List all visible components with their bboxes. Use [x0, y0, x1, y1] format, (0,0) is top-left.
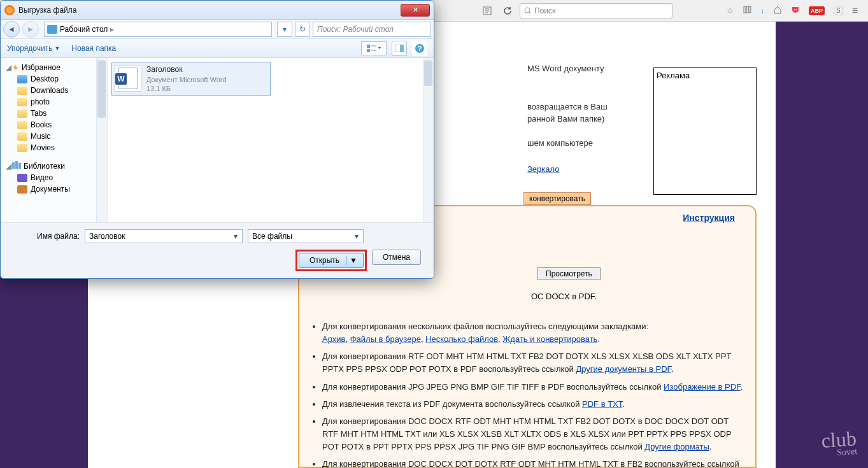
link[interactable]: Ждать и конвертировать [502, 334, 597, 344]
browser-search-input[interactable]: Поиск [520, 3, 672, 18]
history-dropdown[interactable]: ▾ [277, 22, 292, 37]
dialog-footer: Имя файла: Заголовок▾ Все файлы▾ Открыть… [1, 222, 434, 278]
sidebar-scrollbar[interactable] [96, 58, 107, 222]
sidebar-item-movies[interactable]: Movies [1, 142, 107, 153]
preview-pane-button[interactable] [392, 41, 407, 56]
refresh-button[interactable]: ↻ [295, 22, 310, 37]
reload-icon[interactable] [499, 3, 516, 19]
sidebar-item-desktop[interactable]: Desktop [1, 73, 107, 85]
dialog-search-input[interactable]: Поиск: Рабочий стол [313, 22, 431, 37]
mirror-link-row: Зеркало [527, 164, 559, 174]
library-icon [17, 174, 27, 182]
tree-item-label: Downloads [31, 86, 68, 95]
file-size: 13,1 КБ [146, 84, 227, 93]
adblock-icon[interactable]: ABP [809, 6, 825, 15]
open-split-dropdown[interactable]: ▼ [346, 256, 360, 265]
svg-rect-17 [12, 162, 15, 169]
file-list-area[interactable]: Заголовок Документ Microsoft Word 13,1 К… [108, 58, 434, 222]
open-button[interactable]: Открыть▼ [299, 253, 364, 268]
link[interactable]: Другие форматы [644, 442, 709, 451]
libraries-header[interactable]: ◢Библиотеки [1, 160, 107, 172]
tree-item-label: Desktop [31, 74, 59, 83]
link[interactable]: Несколько файлов [425, 334, 498, 344]
convert-button[interactable]: конвертировать [523, 192, 591, 205]
tree-item-label: Видео [31, 173, 53, 182]
svg-rect-7 [746, 6, 748, 13]
folder-icon [17, 132, 27, 141]
organize-menu[interactable]: Упорядочить ▼ [7, 44, 60, 53]
pocket-icon[interactable] [791, 5, 800, 16]
bullet-item: Для конвертирования RTF ODT MHT HTM HTML… [322, 350, 746, 376]
chevron-down-icon[interactable]: ▾ [352, 231, 362, 241]
folder-icon [17, 75, 27, 83]
sidebar-item-downloads[interactable]: Downloads [1, 85, 107, 96]
chevron-down-icon[interactable]: ▾ [231, 231, 241, 241]
extension-icon[interactable]: S [834, 6, 843, 15]
sidebar-item-lib-1[interactable]: Документы [1, 183, 107, 195]
file-item[interactable]: Заголовок Документ Microsoft Word 13,1 К… [111, 62, 271, 96]
downloads-icon[interactable]: ↓ [760, 6, 764, 15]
view-mode-button[interactable] [361, 41, 387, 55]
bullet-item: Для конвертирования JPG JPEG PNG BMP GIF… [322, 381, 746, 394]
docx-text: OC DOCX в PDF. [531, 292, 746, 301]
menu-icon[interactable]: ≡ [852, 5, 858, 17]
folder-icon [17, 98, 27, 106]
file-type-filter[interactable]: Все файлы▾ [248, 229, 364, 243]
link[interactable]: Другие документы в PDF [576, 364, 671, 374]
cancel-button[interactable]: Отмена [372, 250, 421, 265]
filearea-scrollbar[interactable] [423, 58, 434, 222]
link[interactable]: Изображение в PDF [664, 382, 741, 392]
nav-back-button[interactable]: ◄ [3, 21, 20, 38]
mirror-link[interactable]: Зеркало [527, 164, 559, 174]
snippet-line: ранной Вами папке) [527, 113, 608, 125]
link[interactable]: Архив [322, 334, 345, 344]
sidebar-item-lib-0[interactable]: Видео [1, 172, 107, 183]
home-icon[interactable] [773, 5, 782, 16]
sidebar-item-photo[interactable]: photo [1, 96, 107, 108]
file-type: Документ Microsoft Word [146, 75, 227, 84]
help-button[interactable]: ? [412, 41, 427, 56]
folder-icon [17, 110, 27, 118]
bullet-item: Для извлечения текста из PDF документа в… [322, 398, 746, 411]
bookmark-star-icon[interactable]: ☆ [727, 6, 734, 15]
svg-rect-14 [400, 45, 404, 52]
link[interactable]: PDF в TXT [582, 399, 622, 409]
desktop-icon [47, 25, 57, 34]
breadcrumb-label: Рабочий стол [60, 25, 108, 34]
nav-forward-button[interactable]: ► [22, 21, 39, 38]
filename-label: Имя файла: [10, 232, 80, 241]
sidebar-item-tabs[interactable]: Tabs [1, 108, 107, 119]
reader-mode-icon[interactable] [479, 3, 495, 19]
word-icon [118, 67, 138, 89]
dialog-title: Выгрузка файла [18, 6, 77, 15]
new-folder-button[interactable]: Новая папка [71, 44, 116, 53]
filename-input[interactable]: Заголовок▾ [85, 229, 243, 243]
bullet-list: Для конвертирования нескольких файлов во… [308, 320, 746, 468]
snippet-line: возвращается в Ваш [527, 101, 608, 113]
svg-rect-8 [749, 6, 751, 13]
chevron-right-icon[interactable]: ▸ [110, 25, 114, 34]
search-icon [524, 7, 532, 15]
dialog-titlebar[interactable]: Выгрузка файла ✕ [1, 1, 434, 20]
svg-rect-19 [18, 163, 21, 169]
favorites-header[interactable]: ◢★Избранное [1, 62, 107, 73]
library-icon[interactable] [743, 5, 751, 16]
instruction-link[interactable]: Инструкция [683, 213, 735, 223]
svg-point-4 [525, 8, 530, 13]
file-name: Заголовок [146, 65, 227, 75]
sidebar-item-music[interactable]: Music [1, 131, 107, 142]
bullet-item: Для конвертирования DOC DOCX DOT DOTX RT… [322, 458, 746, 468]
file-thumbnail [115, 65, 141, 92]
tree-item-label: Music [31, 132, 50, 141]
breadcrumb[interactable]: Рабочий стол ▸ [44, 22, 272, 37]
sidebar-item-books[interactable]: Books [1, 119, 107, 131]
dialog-nav: ◄ ► Рабочий стол ▸ ▾ ↻ Поиск: Рабочий ст… [1, 20, 434, 39]
page-snippet: MS Word документу возвращается в Ваш ран… [527, 62, 608, 149]
ad-label: Реклама [657, 71, 690, 80]
close-button[interactable]: ✕ [401, 4, 430, 17]
browse-button[interactable]: Просмотреть [537, 267, 601, 280]
dialog-sidebar: ◢★Избранное DesktopDownloadsphotoTabsBoo… [1, 58, 108, 222]
svg-rect-18 [15, 161, 18, 169]
link[interactable]: Файлы в браузере [350, 334, 421, 344]
snippet-line: шем компьютере [527, 137, 608, 150]
